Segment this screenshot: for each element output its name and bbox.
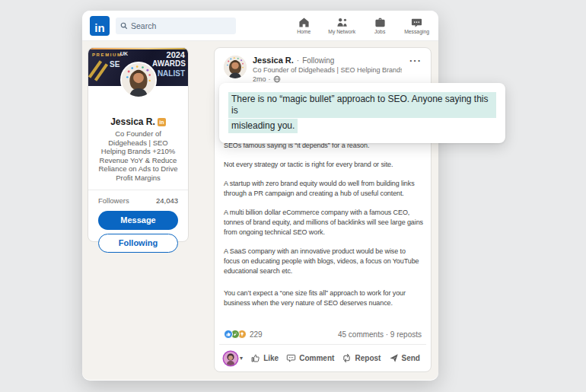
dot-separator: · [297,56,299,65]
post-body: SEOs famous saying is “it depends” for a… [215,141,431,308]
post-footer: 229 45 comments · 9 reposts ▾ [215,330,431,371]
post-author-headline: Co Founder of Didgeheads | SEO Helping B… [253,66,402,74]
caret-down-icon: ▾ [240,355,243,362]
banner-text-search: SE [110,60,119,69]
reactions-stack[interactable]: 229 [224,330,263,339]
premium-in-badge: in [158,118,166,126]
top-navbar: in Home [82,11,438,41]
profile-name[interactable]: Jessica R. [110,116,155,127]
banner-top-stripe [88,48,188,49]
quote-line: misleading you. [228,119,298,133]
message-button[interactable]: Message [98,211,178,230]
dot-separator: · [386,330,388,339]
like-icon [250,353,260,363]
social-counts-row: 229 45 comments · 9 reposts [215,330,431,344]
post-paragraph: A SaaS company with an innovative produc… [224,247,423,276]
like-label: Like [263,354,279,362]
post-author-name[interactable]: Jessica R. [253,56,294,65]
post-overflow-menu-icon[interactable]: ··· [408,56,423,83]
post-paragraph: A multi billion dollar eCommerce company… [224,208,423,237]
search-box[interactable] [116,18,236,34]
profile-card: PREMIUM UK 2024 SE AWARDS NALIST Jessica… [88,47,189,242]
quote-callout: There is no “magic bullet” approach to S… [219,83,505,143]
banner-text-awards: AWARDS [152,59,186,68]
messaging-icon [411,17,422,28]
linkedin-window: in Home [82,11,438,381]
home-icon [298,17,310,28]
banner-text-uk: UK [120,51,128,56]
comments-count[interactable]: 45 comments [338,330,384,339]
globe-icon [273,75,281,83]
screenshot-stage: in Home [0,0,586,392]
search-icon [120,22,128,30]
repost-button[interactable]: Repost [342,353,381,363]
send-button[interactable]: Send [389,353,420,363]
followers-count: 24,043 [156,196,178,205]
nav-label: Messaging [404,29,429,34]
followers-label: Followers [98,196,129,205]
post-paragraph: You can’t expect a “one size fits all” a… [224,288,423,308]
nav-item-jobs[interactable]: Jobs [368,17,391,34]
nav-label: Jobs [374,29,385,34]
post-action-bar: ▾ Like Co [219,344,426,371]
feed-background: PREMIUM UK 2024 SE AWARDS NALIST Jessica… [82,41,438,380]
profile-headline: Co Founder of Didgeheads | SEO Helping B… [88,129,188,183]
jobs-icon [374,17,386,28]
nav-item-home[interactable]: Home [292,17,315,34]
premium-label: PREMIUM [92,53,123,57]
reactions-count: 229 [250,330,263,339]
comment-icon [286,353,296,363]
linkedin-logo[interactable]: in [90,16,110,36]
profile-avatar[interactable] [120,62,157,98]
my-network-icon [336,17,348,28]
banner-text-year: 2024 [167,50,185,59]
search-input[interactable] [131,21,231,30]
comment-label: Comment [299,354,334,362]
nav-label: My Network [328,29,355,34]
nav-items: Home My Network Jobs [292,17,431,34]
post-following-status[interactable]: Following [302,56,334,65]
post-card: Jessica R. · Following Co Founder of Did… [214,47,432,372]
quote-line: There is no “magic bullet” approach to S… [228,92,496,118]
post-paragraph: A startup with zero brand equity would d… [224,179,423,199]
comment-button[interactable]: Comment [286,353,334,363]
dot-separator: · [269,75,271,83]
send-icon [389,353,399,363]
repost-label: Repost [355,354,381,362]
send-label: Send [402,354,420,362]
reaction-identity-switcher[interactable]: ▾ [224,352,243,365]
nav-item-my-network[interactable]: My Network [328,17,355,34]
nav-item-messaging[interactable]: Messaging [404,17,429,34]
post-timestamp: 2mo [253,75,266,83]
reposts-count[interactable]: 9 reposts [390,330,422,339]
post-author-avatar[interactable] [224,56,247,78]
banner-text-finalist: NALIST [158,69,185,78]
repost-icon [342,353,352,363]
like-reaction-icon [224,330,233,339]
post-paragraph: Not every strategy or tactic is right fo… [224,160,423,170]
viewer-avatar [224,352,237,365]
post-header: Jessica R. · Following Co Founder of Did… [215,48,431,83]
like-button[interactable]: Like [250,353,279,363]
nav-label: Home [297,29,311,34]
following-button[interactable]: Following [98,234,178,253]
